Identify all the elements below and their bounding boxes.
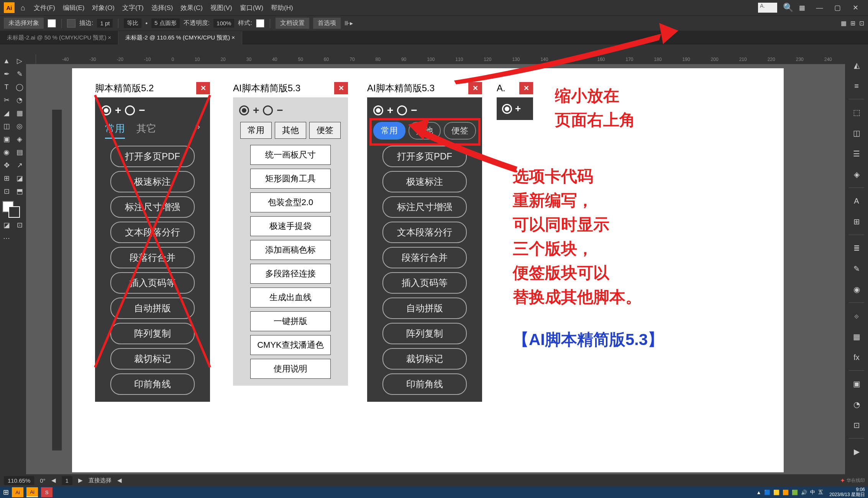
- panel2-tab-other[interactable]: 其他: [275, 122, 306, 139]
- home-icon[interactable]: ⌂: [21, 3, 25, 12]
- perspective-tool[interactable]: ▣: [0, 133, 13, 146]
- document-setup-button[interactable]: 文档设置: [276, 18, 309, 29]
- menu-object[interactable]: 对象(O): [90, 3, 117, 12]
- panel1-more[interactable]: »: [195, 122, 200, 139]
- eyedropper-tool[interactable]: ▤: [13, 146, 26, 159]
- radio-empty-icon[interactable]: [397, 105, 407, 115]
- shape-builder-tool[interactable]: ◎: [13, 120, 26, 133]
- taskbar-ai-icon-2[interactable]: Ai: [26, 487, 38, 497]
- panel2-btn-2[interactable]: 包装盒型2.0: [250, 192, 331, 212]
- align-icon[interactable]: ⊪▸: [345, 20, 353, 27]
- menu-type[interactable]: 文字(T): [120, 3, 146, 12]
- screen-mode-icon[interactable]: ⊡: [13, 219, 26, 232]
- minimize-button[interactable]: —: [811, 2, 828, 13]
- maximize-button[interactable]: ▢: [829, 2, 846, 13]
- menu-window[interactable]: 窗口(W): [238, 3, 266, 12]
- scroll-left-icon[interactable]: ◀: [117, 477, 122, 484]
- tray-up-icon[interactable]: ▲: [756, 490, 761, 495]
- uniform-field[interactable]: 等比: [124, 18, 141, 28]
- panel2-btn-4[interactable]: 添加画稿色标: [250, 240, 331, 260]
- plus-icon[interactable]: +: [387, 104, 393, 117]
- menu-effect[interactable]: 效果(C): [178, 3, 205, 12]
- panel2-tab-common[interactable]: 常用: [240, 122, 272, 139]
- tray-icon-1[interactable]: 🟦: [764, 490, 770, 495]
- pen-tool[interactable]: ✒: [0, 67, 13, 81]
- artboard-nav-prev[interactable]: ◀: [51, 477, 56, 484]
- close-window-button[interactable]: ✕: [847, 2, 864, 13]
- panel3-tab-notes[interactable]: 便签: [444, 122, 476, 140]
- radio-filled-icon[interactable]: [502, 104, 512, 114]
- panel1-btn-0[interactable]: 打开多页PDF: [110, 146, 195, 167]
- curvature-tool[interactable]: ✎: [13, 67, 26, 81]
- panel3-tab-other[interactable]: 其他: [409, 122, 441, 140]
- width-tool[interactable]: ▦: [13, 107, 26, 120]
- panel1-btn-4[interactable]: 段落行合并: [110, 247, 195, 268]
- layout-icon[interactable]: ⊡: [859, 20, 864, 27]
- transparency-icon[interactable]: ◉: [849, 282, 864, 297]
- color-mode-icon[interactable]: ◪: [0, 219, 13, 232]
- artboard-nav-next[interactable]: ▶: [78, 477, 83, 484]
- stroke-color[interactable]: [8, 206, 20, 218]
- panel1-btn-8[interactable]: 裁切标记: [110, 348, 195, 370]
- artboard-number[interactable]: 1: [62, 476, 72, 485]
- panel1-btn-2[interactable]: 标注尺寸增强: [110, 196, 195, 218]
- gradient-panel-icon[interactable]: ✎: [849, 261, 864, 276]
- tray-icon-2[interactable]: 🟨: [773, 490, 779, 495]
- opacity-field[interactable]: 100%: [213, 19, 234, 28]
- search-input-top[interactable]: A.: [758, 3, 777, 13]
- menu-select[interactable]: 选择(S): [149, 3, 176, 12]
- stroke-swatch[interactable]: [67, 19, 75, 28]
- gradient-tool[interactable]: ◉: [0, 146, 13, 159]
- panel1-btn-5[interactable]: 插入页码等: [110, 272, 195, 294]
- zoom-field[interactable]: 110.65%: [4, 476, 34, 485]
- menu-help[interactable]: 帮助(H): [269, 3, 295, 12]
- tray-icon-3[interactable]: 🟧: [783, 490, 789, 495]
- character-icon[interactable]: A: [849, 193, 864, 209]
- stroke-weight-field[interactable]: 1 pt: [97, 19, 113, 28]
- panel2-btn-0[interactable]: 统一画板尺寸: [250, 145, 331, 165]
- stroke-panel-icon[interactable]: ≣: [849, 240, 864, 256]
- scale-tool[interactable]: ◢: [0, 107, 13, 120]
- tray-ime-icon[interactable]: 中: [810, 489, 815, 496]
- panel1-tab-common[interactable]: 常用: [105, 122, 125, 139]
- preferences-button[interactable]: 首选项: [313, 18, 341, 29]
- doc-tab-2[interactable]: 未标题-2 @ 110.65 % (CMYK/CPU 预览) ×: [118, 31, 242, 44]
- scissors-tool[interactable]: ✂: [0, 94, 13, 107]
- plus-icon[interactable]: +: [515, 103, 521, 115]
- paragraph-icon[interactable]: ⊞: [849, 214, 864, 229]
- free-transform-tool[interactable]: ◫: [0, 120, 13, 133]
- panel1-btn-1[interactable]: 极速标注: [110, 171, 195, 192]
- panel3-btn-7[interactable]: 阵列复制: [382, 323, 467, 344]
- tray-sound-icon[interactable]: 🔊: [801, 490, 807, 495]
- appearance-icon[interactable]: ⟐: [849, 308, 864, 324]
- panel3-btn-6[interactable]: 自动拼版: [382, 297, 467, 319]
- tray-lang-icon[interactable]: 五: [818, 489, 823, 496]
- panel1-close-button[interactable]: ✕: [196, 82, 210, 94]
- selection-tool[interactable]: ▲: [0, 54, 13, 67]
- artboard-tool[interactable]: ⊞: [0, 172, 13, 185]
- panel3-btn-4[interactable]: 段落行合并: [382, 247, 467, 268]
- panel2-btn-5[interactable]: 多段路径连接: [250, 264, 331, 284]
- panel1-tab-other[interactable]: 其它: [136, 122, 156, 139]
- layers-icon[interactable]: ▣: [849, 376, 864, 391]
- radio-filled-icon[interactable]: [373, 105, 383, 115]
- search-icon[interactable]: 🔍: [783, 3, 793, 13]
- blend-tool[interactable]: ✥: [0, 159, 13, 172]
- mesh-tool[interactable]: ◈: [13, 133, 26, 146]
- libraries-icon[interactable]: ≡: [849, 78, 864, 94]
- slice-tool[interactable]: ◪: [13, 172, 26, 185]
- panel2-tab-notes[interactable]: 便签: [309, 122, 341, 139]
- asset-export-icon[interactable]: ◔: [849, 397, 864, 412]
- color-panel-icon[interactable]: ⬚: [849, 105, 864, 120]
- start-button[interactable]: ⊞: [3, 488, 9, 496]
- fill-stroke-colors[interactable]: [0, 199, 26, 219]
- type-tool[interactable]: T: [0, 81, 13, 94]
- panel3-btn-8[interactable]: 裁切标记: [382, 348, 467, 370]
- panel3-btn-3[interactable]: 文本段落分行: [382, 222, 467, 243]
- rotate-tool[interactable]: ◔: [13, 94, 26, 107]
- menu-file[interactable]: 文件(F): [31, 3, 57, 12]
- radio-filled-icon[interactable]: [239, 105, 249, 115]
- panel2-btn-7[interactable]: 一键拼版: [250, 311, 331, 331]
- radio-filled-icon[interactable]: [101, 105, 111, 115]
- panel-mini-close-button[interactable]: ✕: [519, 82, 533, 94]
